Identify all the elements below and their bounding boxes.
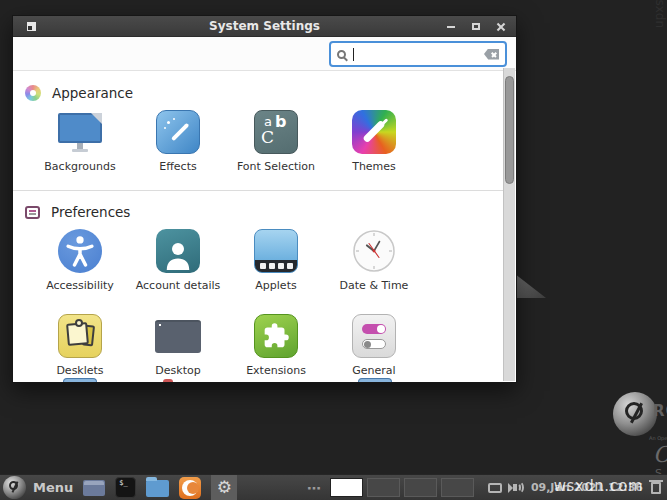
accessibility-icon <box>56 227 104 275</box>
item-label: Applets <box>255 279 296 292</box>
settings-item-account-details[interactable]: Account details <box>129 222 227 307</box>
applets-icon <box>252 227 300 275</box>
display-indicator-icon[interactable] <box>488 483 502 493</box>
extensions-icon <box>252 312 300 360</box>
settings-item-accessibility[interactable]: Accessibility <box>31 222 129 307</box>
search-icon <box>337 50 346 59</box>
workspace-switcher-2[interactable] <box>367 478 400 497</box>
account-details-icon <box>154 227 202 275</box>
search-input[interactable] <box>354 47 484 61</box>
appearance-section-icon <box>25 85 41 101</box>
settings-item-font-selection[interactable]: a b C Font Selection <box>227 103 325 188</box>
section-appearance-header: Appearance <box>25 85 503 101</box>
preferences-section-icon <box>25 206 40 219</box>
settings-app-icon[interactable]: ⚙ <box>211 475 237 500</box>
desktop: RO An Ope C S wsxdn System Settings <box>0 0 667 500</box>
appearance-grid: Backgrounds Effects a b <box>31 103 503 188</box>
item-label: Desklets <box>56 364 103 377</box>
maximize-icon <box>472 23 480 30</box>
wallpaper-logo-text: RO <box>653 402 667 420</box>
wallpaper-logo-sphere-icon <box>613 392 657 436</box>
close-button[interactable] <box>494 20 508 34</box>
scrollbar[interactable] <box>503 68 515 381</box>
taskbar-left: Menu $_ ⚙ <box>0 475 237 500</box>
firefox-icon[interactable] <box>179 477 201 499</box>
item-label: Desktop <box>155 364 200 377</box>
item-label: Font Selection <box>237 160 315 173</box>
system-settings-window: System Settings Appearance <box>12 15 517 383</box>
effects-icon <box>154 108 202 156</box>
window-title: System Settings <box>13 19 516 33</box>
item-label: Date & Time <box>340 279 409 292</box>
maximize-button[interactable] <box>469 20 483 34</box>
desktop-icon <box>154 312 202 360</box>
search-toolbar <box>13 37 516 71</box>
desklets-icon <box>56 312 104 360</box>
item-label: Effects <box>159 160 196 173</box>
scrollbar-thumb[interactable] <box>505 76 514 184</box>
settings-item-effects[interactable]: Effects <box>129 103 227 188</box>
item-label: Account details <box>136 279 221 292</box>
partial-icon-peek <box>163 379 173 382</box>
settings-item-general[interactable]: General <box>325 307 423 382</box>
date-time-icon <box>350 227 398 275</box>
window-controls <box>444 16 508 37</box>
volume-icon[interactable] <box>509 481 524 494</box>
file-manager-icon[interactable] <box>146 480 169 497</box>
partial-icon-peek <box>358 378 392 382</box>
settings-content: Appearance Backgrounds <box>13 72 503 382</box>
themes-icon <box>350 108 398 156</box>
font-selection-icon: a b C <box>252 108 300 156</box>
item-label: Accessibility <box>46 279 114 292</box>
clear-search-icon[interactable] <box>484 49 499 60</box>
menu-logo-icon[interactable] <box>3 476 26 499</box>
settings-item-applets[interactable]: Applets <box>227 222 325 307</box>
wallpaper-logo: RO An Ope C S <box>605 390 667 485</box>
settings-item-desklets[interactable]: Desklets <box>31 307 129 382</box>
preferences-grid: Accessibility Account details <box>31 222 503 382</box>
section-title: Preferences <box>51 204 130 220</box>
settings-item-backgrounds[interactable]: Backgrounds <box>31 103 129 188</box>
partial-icon-peek <box>63 378 97 382</box>
terminal-icon[interactable]: $_ <box>115 477 136 498</box>
settings-item-date-time[interactable]: Date & Time <box>325 222 423 307</box>
workspace-switcher-4[interactable] <box>441 478 474 497</box>
wallpaper-logo-subtext: An Ope <box>649 435 667 441</box>
item-label: Themes <box>352 160 396 173</box>
titlebar[interactable]: System Settings <box>13 16 516 37</box>
backgrounds-icon <box>56 108 104 156</box>
show-desktop-icon[interactable] <box>83 480 105 496</box>
section-preferences-header: Preferences <box>25 204 503 220</box>
minimize-icon <box>447 26 455 28</box>
item-label: General <box>352 364 395 377</box>
minimize-button[interactable] <box>444 20 458 34</box>
item-label: Backgrounds <box>44 160 115 173</box>
settings-item-desktop[interactable]: Desktop <box>129 307 227 382</box>
general-icon <box>350 312 398 360</box>
settings-item-themes[interactable]: Themes <box>325 103 423 188</box>
workspace-switcher-3[interactable] <box>404 478 437 497</box>
overflow-dots-icon[interactable]: ⋯ <box>307 480 322 496</box>
section-title: Appearance <box>52 85 133 101</box>
gear-icon: ⚙ <box>217 479 232 496</box>
item-label: Extensions <box>246 364 306 377</box>
wallpaper-logo-script: C <box>653 442 667 467</box>
search-box[interactable] <box>329 41 507 67</box>
menu-button[interactable]: Menu <box>33 480 73 495</box>
section-divider <box>13 190 503 191</box>
trash-icon[interactable] <box>651 482 661 494</box>
watermark-top: wsxdn <box>653 0 667 28</box>
settings-item-extensions[interactable]: Extensions <box>227 307 325 382</box>
workspace-switcher-1[interactable] <box>330 478 363 497</box>
watermark: wsxdn.com <box>554 477 643 495</box>
